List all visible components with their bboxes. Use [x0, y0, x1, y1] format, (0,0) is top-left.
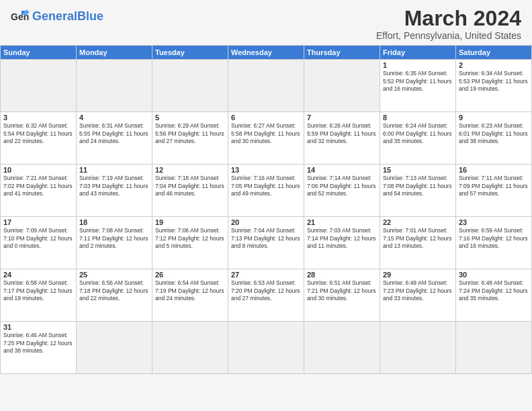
day-info: Sunrise: 6:24 AM Sunset: 6:00 PM Dayligh…	[383, 122, 453, 145]
day-number: 15	[383, 166, 453, 174]
day-number: 31	[3, 323, 73, 331]
day-number: 18	[79, 218, 149, 226]
logo-general: General	[32, 9, 77, 23]
day-number: 22	[383, 218, 453, 226]
day-cell: 31Sunrise: 6:46 AM Sunset: 7:25 PM Dayli…	[1, 322, 77, 374]
day-number: 14	[307, 166, 377, 174]
logo-blue: Blue	[77, 9, 103, 23]
day-info: Sunrise: 7:04 AM Sunset: 7:13 PM Dayligh…	[231, 227, 301, 250]
day-number: 6	[231, 113, 301, 122]
day-number: 7	[307, 113, 377, 122]
calendar-table: SundayMondayTuesdayWednesdayThursdayFrid…	[0, 45, 532, 374]
weekday-wednesday: Wednesday	[228, 46, 304, 60]
day-info: Sunrise: 6:54 AM Sunset: 7:19 PM Dayligh…	[155, 279, 225, 302]
day-cell: 6Sunrise: 6:27 AM Sunset: 5:58 PM Daylig…	[228, 112, 304, 165]
day-cell: 30Sunrise: 6:48 AM Sunset: 7:24 PM Dayli…	[456, 269, 532, 322]
logo-text: GeneralBlue	[32, 10, 103, 22]
day-cell: 16Sunrise: 7:11 AM Sunset: 7:09 PM Dayli…	[456, 165, 532, 217]
day-info: Sunrise: 6:35 AM Sunset: 5:52 PM Dayligh…	[383, 70, 453, 93]
day-number: 30	[459, 271, 529, 279]
day-cell: 4Sunrise: 6:31 AM Sunset: 5:55 PM Daylig…	[77, 112, 152, 165]
day-cell: 18Sunrise: 7:08 AM Sunset: 7:11 PM Dayli…	[77, 217, 152, 269]
day-cell: 8Sunrise: 6:24 AM Sunset: 6:00 PM Daylig…	[380, 112, 456, 165]
day-number: 26	[155, 271, 225, 279]
day-cell	[1, 60, 77, 112]
day-info: Sunrise: 6:48 AM Sunset: 7:24 PM Dayligh…	[459, 279, 529, 302]
day-number: 8	[383, 113, 453, 122]
logo-icon: Gen	[11, 7, 30, 26]
day-cell: 19Sunrise: 7:06 AM Sunset: 7:12 PM Dayli…	[152, 217, 228, 269]
day-info: Sunrise: 7:01 AM Sunset: 7:15 PM Dayligh…	[383, 227, 453, 250]
day-info: Sunrise: 6:58 AM Sunset: 7:17 PM Dayligh…	[3, 279, 73, 302]
day-number: 5	[155, 113, 225, 122]
week-row-1: 1Sunrise: 6:35 AM Sunset: 5:52 PM Daylig…	[1, 60, 532, 112]
day-cell: 9Sunrise: 6:23 AM Sunset: 6:01 PM Daylig…	[456, 112, 532, 165]
week-row-2: 3Sunrise: 6:32 AM Sunset: 5:54 PM Daylig…	[1, 112, 532, 165]
day-cell: 17Sunrise: 7:09 AM Sunset: 7:10 PM Dayli…	[1, 217, 77, 269]
weekday-header-row: SundayMondayTuesdayWednesdayThursdayFrid…	[1, 46, 532, 60]
day-number: 28	[307, 271, 377, 279]
day-cell	[456, 322, 532, 374]
day-cell: 1Sunrise: 6:35 AM Sunset: 5:52 PM Daylig…	[380, 60, 456, 112]
day-info: Sunrise: 6:34 AM Sunset: 5:53 PM Dayligh…	[459, 70, 529, 93]
day-number: 29	[383, 271, 453, 279]
day-info: Sunrise: 6:56 AM Sunset: 7:18 PM Dayligh…	[79, 279, 149, 302]
day-info: Sunrise: 6:53 AM Sunset: 7:20 PM Dayligh…	[231, 279, 301, 302]
day-info: Sunrise: 7:21 AM Sunset: 7:02 PM Dayligh…	[3, 175, 73, 197]
day-cell: 3Sunrise: 6:32 AM Sunset: 5:54 PM Daylig…	[1, 112, 77, 165]
day-cell	[77, 322, 152, 374]
day-info: Sunrise: 7:19 AM Sunset: 7:03 PM Dayligh…	[79, 175, 149, 197]
weekday-friday: Friday	[380, 46, 456, 60]
title-area: March 2024 Effort, Pennsylvania, United …	[376, 7, 521, 41]
day-number: 24	[3, 271, 73, 279]
day-cell: 25Sunrise: 6:56 AM Sunset: 7:18 PM Dayli…	[77, 269, 152, 322]
day-info: Sunrise: 6:32 AM Sunset: 5:54 PM Dayligh…	[3, 122, 73, 145]
week-row-3: 10Sunrise: 7:21 AM Sunset: 7:02 PM Dayli…	[1, 165, 532, 217]
day-cell: 15Sunrise: 7:13 AM Sunset: 7:08 PM Dayli…	[380, 165, 456, 217]
day-info: Sunrise: 7:06 AM Sunset: 7:12 PM Dayligh…	[155, 227, 225, 250]
day-cell: 23Sunrise: 6:59 AM Sunset: 7:16 PM Dayli…	[456, 217, 532, 269]
month-year: March 2024	[376, 7, 521, 30]
day-info: Sunrise: 6:27 AM Sunset: 5:58 PM Dayligh…	[231, 122, 301, 145]
day-number: 23	[459, 218, 529, 226]
header: Gen GeneralBlue March 2024 Effort, Penns…	[0, 0, 532, 45]
location: Effort, Pennsylvania, United States	[376, 30, 521, 41]
day-cell	[152, 60, 228, 112]
day-cell: 11Sunrise: 7:19 AM Sunset: 7:03 PM Dayli…	[77, 165, 152, 217]
day-info: Sunrise: 6:29 AM Sunset: 5:56 PM Dayligh…	[155, 122, 225, 145]
weekday-saturday: Saturday	[456, 46, 532, 60]
day-info: Sunrise: 7:03 AM Sunset: 7:14 PM Dayligh…	[307, 227, 377, 250]
day-info: Sunrise: 7:08 AM Sunset: 7:11 PM Dayligh…	[79, 227, 149, 250]
logo: Gen GeneralBlue	[11, 7, 103, 26]
week-row-5: 24Sunrise: 6:58 AM Sunset: 7:17 PM Dayli…	[1, 269, 532, 322]
day-cell: 28Sunrise: 6:51 AM Sunset: 7:21 PM Dayli…	[304, 269, 380, 322]
day-number: 16	[459, 166, 529, 174]
weekday-sunday: Sunday	[1, 46, 77, 60]
day-cell: 26Sunrise: 6:54 AM Sunset: 7:19 PM Dayli…	[152, 269, 228, 322]
day-cell: 5Sunrise: 6:29 AM Sunset: 5:56 PM Daylig…	[152, 112, 228, 165]
day-cell: 14Sunrise: 7:14 AM Sunset: 7:06 PM Dayli…	[304, 165, 380, 217]
weekday-thursday: Thursday	[304, 46, 380, 60]
day-number: 27	[231, 271, 301, 279]
day-number: 10	[3, 166, 73, 174]
day-cell: 12Sunrise: 7:18 AM Sunset: 7:04 PM Dayli…	[152, 165, 228, 217]
day-info: Sunrise: 7:11 AM Sunset: 7:09 PM Dayligh…	[459, 175, 529, 197]
day-cell: 2Sunrise: 6:34 AM Sunset: 5:53 PM Daylig…	[456, 60, 532, 112]
day-cell	[380, 322, 456, 374]
day-info: Sunrise: 7:14 AM Sunset: 7:06 PM Dayligh…	[307, 175, 377, 197]
day-info: Sunrise: 7:09 AM Sunset: 7:10 PM Dayligh…	[3, 227, 73, 250]
day-info: Sunrise: 6:59 AM Sunset: 7:16 PM Dayligh…	[459, 227, 529, 250]
day-number: 11	[79, 166, 149, 174]
weekday-tuesday: Tuesday	[152, 46, 228, 60]
day-cell: 27Sunrise: 6:53 AM Sunset: 7:20 PM Dayli…	[228, 269, 304, 322]
day-cell: 20Sunrise: 7:04 AM Sunset: 7:13 PM Dayli…	[228, 217, 304, 269]
day-number: 20	[231, 218, 301, 226]
day-number: 1	[383, 61, 453, 69]
calendar-page: Gen GeneralBlue March 2024 Effort, Penns…	[0, 0, 532, 411]
day-info: Sunrise: 6:26 AM Sunset: 5:59 PM Dayligh…	[307, 122, 377, 145]
day-number: 13	[231, 166, 301, 174]
day-info: Sunrise: 6:46 AM Sunset: 7:25 PM Dayligh…	[3, 332, 73, 355]
day-number: 21	[307, 218, 377, 226]
day-cell: 13Sunrise: 7:16 AM Sunset: 7:05 PM Dayli…	[228, 165, 304, 217]
day-number: 9	[459, 113, 529, 122]
